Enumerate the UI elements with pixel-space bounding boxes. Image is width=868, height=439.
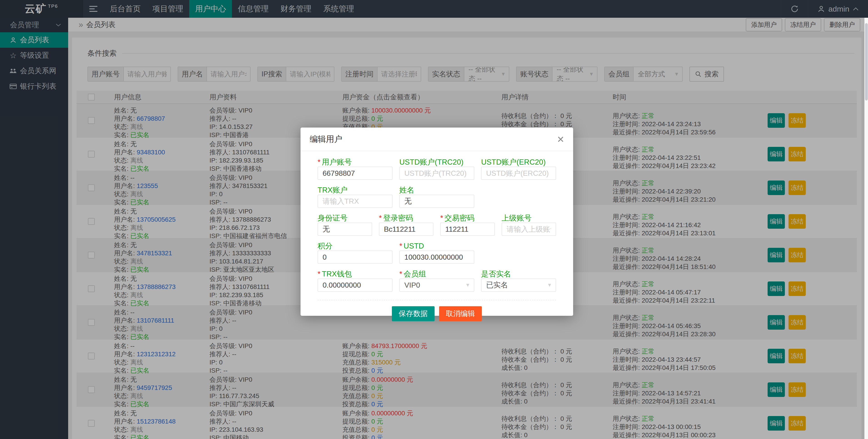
id-card-input[interactable] [317,223,372,236]
vertical-scrollbar [864,18,868,439]
modal-body: *用户账号 USTD账户(TRC20) USTD账户(ERC20) TRX账户 [301,151,573,321]
parent-account-input[interactable] [502,223,556,236]
trx-account-input[interactable] [317,195,393,208]
caret-down-icon: ▼ [465,282,470,288]
field-account: *用户账号 [317,157,393,180]
required-asterisk: * [317,158,320,167]
field-login-password: *登录密码 [379,213,433,236]
required-asterisk: * [379,214,382,222]
required-asterisk: * [440,214,443,222]
cancel-edit-button[interactable]: 取消编辑 [439,306,482,321]
points-input[interactable] [317,251,393,264]
trade-password-input[interactable] [440,223,495,236]
member-group-select[interactable]: VIP0▼ [399,279,474,292]
field-trade-password: *交易密码 [440,213,495,236]
save-data-button[interactable]: 保存数据 [392,306,435,321]
modal-title: 编辑用户 [310,134,342,145]
field-trx-account: TRX账户 [317,185,393,208]
field-ustd: *USTD [399,241,474,264]
real-name-input[interactable] [399,195,474,208]
field-parent-account: 上级账号 [502,213,556,236]
verified-select[interactable]: 已实名▼ [481,279,556,292]
close-icon[interactable]: × [557,133,564,145]
field-id-card: 身份证号 [317,213,372,236]
modal-footer: 保存数据 取消编辑 [317,300,556,321]
field-points: 积分 [317,241,393,264]
login-password-input[interactable] [379,223,433,236]
ustd-trc20-input[interactable] [399,167,474,180]
account-input[interactable] [317,167,393,180]
required-asterisk: * [317,270,320,278]
required-asterisk: * [399,270,402,278]
field-trx-wallet: *TRX钱包 [317,269,393,292]
required-asterisk: * [399,242,402,250]
edit-user-modal: 编辑用户 × *用户账号 USTD账户(TRC20) USTD账户(ERC20) [301,127,573,316]
field-ustd-erc20: USTD账户(ERC20) [481,157,556,180]
field-member-group: *会员组 VIP0▼ [399,269,474,292]
field-ustd-trc20: USTD账户(TRC20) [399,157,474,180]
field-verified: 是否实名 已实名▼ [481,269,556,292]
trx-wallet-input[interactable] [317,279,393,292]
field-real-name: 姓名 [399,185,474,208]
modal-title-bar: 编辑用户 × [301,127,573,151]
ustd-input[interactable] [399,251,474,264]
scrollbar-thumb[interactable] [865,23,868,100]
caret-down-icon: ▼ [547,282,552,288]
ustd-erc20-input[interactable] [481,167,556,180]
app-root: 云矿TP6 后台首页 项目管理 用户中心 信息管理 财务管理 系统管理 admi… [0,0,868,439]
